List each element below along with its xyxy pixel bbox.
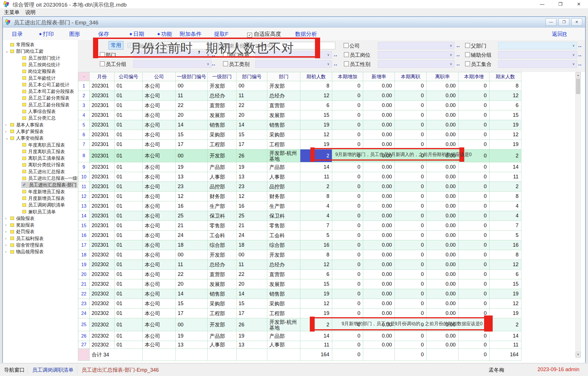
column-header-5[interactable]: 一级部门: [208, 72, 237, 81]
table-cell[interactable]: 本公司: [143, 270, 176, 279]
tree-item[interactable]: 员工本公司工龄统计: [3, 81, 78, 88]
table-cell[interactable]: 总经办: [208, 260, 237, 270]
table-cell[interactable]: 品控部: [208, 182, 237, 192]
table-cell[interactable]: 0.00: [363, 149, 395, 162]
table-cell[interactable]: 0.00: [427, 101, 459, 110]
table-cell[interactable]: 0: [459, 81, 490, 91]
table-cell[interactable]: 202302: [90, 341, 115, 349]
table-cell[interactable]: 12: [300, 260, 332, 270]
table-cell[interactable]: 0: [332, 221, 363, 231]
table-cell[interactable]: 0: [459, 91, 490, 101]
table-cell[interactable]: 01: [115, 81, 143, 91]
table-cell[interactable]: 0: [332, 81, 363, 91]
table-cell[interactable]: 2: [490, 318, 521, 331]
table-cell[interactable]: 01: [115, 110, 143, 120]
table-cell[interactable]: 综合部: [267, 240, 300, 250]
table-cell[interactable]: 12: [490, 260, 521, 270]
table-cell[interactable]: 0: [395, 279, 427, 289]
toolbar-item-save[interactable]: 保存: [98, 30, 109, 38]
tree-item[interactable]: 员工调岗调职清单: [3, 202, 78, 208]
table-cell[interactable]: 22: [176, 101, 208, 110]
filter-select-department-type[interactable]: ∨: [255, 51, 332, 59]
table-cell[interactable]: 01: [115, 201, 143, 211]
table-cell[interactable]: 00: [176, 81, 208, 91]
table-cell[interactable]: 0.00: [363, 341, 395, 349]
table-cell[interactable]: 零售部: [267, 221, 300, 231]
table-cell[interactable]: 0.00: [363, 331, 395, 341]
table-cell[interactable]: 产品部: [267, 331, 300, 341]
filter-checkbox-employee-set[interactable]: [465, 61, 470, 66]
table-cell[interactable]: 0.00: [427, 182, 459, 192]
table-cell[interactable]: 20: [237, 279, 267, 289]
table-cell[interactable]: 0: [395, 211, 427, 221]
table-cell[interactable]: 0.00: [363, 270, 395, 279]
toolbar-item-extra-condition[interactable]: 附加条件: [180, 30, 202, 38]
table-cell[interactable]: 0.00: [363, 120, 395, 130]
table-cell[interactable]: 0.00: [363, 318, 395, 331]
expand-arrow-icon[interactable]: ›: [5, 248, 9, 255]
table-cell[interactable]: 0.00: [363, 162, 395, 172]
table-cell[interactable]: 0: [332, 231, 363, 240]
table-cell[interactable]: 本公司: [143, 211, 176, 221]
table-cell[interactable]: 0: [395, 149, 427, 162]
table-cell[interactable]: 14: [300, 162, 332, 172]
scrollbar-thumb[interactable]: [576, 79, 580, 94]
expand-arrow-icon[interactable]: ›: [5, 242, 9, 248]
table-cell[interactable]: 0: [332, 162, 363, 172]
table-cell[interactable]: 01: [115, 91, 143, 101]
tree-item[interactable]: ›基本人事报表: [3, 122, 78, 128]
table-cell[interactable]: 0: [459, 299, 490, 309]
table-cell[interactable]: 0: [459, 341, 490, 349]
table-cell[interactable]: 0: [459, 260, 490, 270]
table-cell[interactable]: 01: [115, 149, 143, 162]
table-cell[interactable]: 0: [459, 201, 490, 211]
maximize-icon[interactable]: ❐: [551, 0, 570, 9]
menu-help[interactable]: 说明: [25, 9, 36, 16]
table-cell[interactable]: 本公司: [143, 289, 176, 299]
table-cell[interactable]: 4: [300, 211, 332, 221]
table-cell[interactable]: 4: [490, 201, 521, 211]
table-cell[interactable]: 0.00: [363, 172, 395, 182]
statusbar-tab-current-report[interactable]: 员工进出汇总报表-部门-Emp_346: [82, 367, 159, 373]
expand-arrow-icon[interactable]: ›: [5, 235, 9, 242]
table-cell[interactable]: 本公司: [143, 91, 176, 101]
filter-checkbox-employee-group[interactable]: [100, 61, 105, 66]
row-number-cell[interactable]: 6: [78, 130, 90, 140]
table-cell[interactable]: 0.00: [363, 140, 395, 149]
table-cell[interactable]: 综合部: [208, 240, 237, 250]
table-cell[interactable]: 00: [176, 250, 208, 260]
row-number-cell[interactable]: 18: [78, 250, 90, 260]
table-cell[interactable]: 0: [332, 279, 363, 289]
table-cell[interactable]: 24: [176, 231, 208, 240]
table-cell[interactable]: 直营部: [208, 101, 237, 110]
table-cell[interactable]: 0: [332, 120, 363, 130]
table-cell[interactable]: 4: [300, 201, 332, 211]
more-options-dots-employee-set[interactable]: ..: [578, 61, 582, 67]
row-number-cell[interactable]: 17: [78, 240, 90, 250]
filter-select-employee-set[interactable]: ∨: [498, 60, 577, 68]
table-cell[interactable]: 20: [176, 279, 208, 289]
tree-item[interactable]: 员工总工龄分类报表: [3, 95, 78, 101]
table-cell[interactable]: 12: [490, 91, 521, 101]
table-cell[interactable]: 19: [490, 289, 521, 299]
tree-item[interactable]: 人事综合报表: [3, 108, 78, 115]
table-cell[interactable]: 2: [300, 318, 332, 331]
tree-item[interactable]: 兼职员工清单: [3, 209, 78, 215]
table-cell[interactable]: 0.00: [363, 101, 395, 110]
table-cell[interactable]: 0.00: [427, 149, 459, 162]
table-cell[interactable]: 202301: [90, 101, 115, 110]
table-cell[interactable]: 01: [115, 289, 143, 299]
table-cell[interactable]: 11: [490, 172, 521, 182]
table-cell[interactable]: 开发部: [208, 318, 237, 331]
table-cell[interactable]: 15: [237, 130, 267, 140]
table-cell[interactable]: 0.00: [427, 240, 459, 250]
table-cell[interactable]: 开发部: [208, 149, 237, 162]
table-cell[interactable]: 00: [237, 250, 267, 260]
table-cell[interactable]: 4: [490, 211, 521, 221]
table-cell[interactable]: 0: [332, 172, 363, 182]
table-cell[interactable]: 2: [300, 182, 332, 192]
table-cell[interactable]: 采购部: [267, 299, 300, 309]
table-cell[interactable]: 25: [237, 211, 267, 221]
row-number-cell[interactable]: 19: [78, 260, 90, 270]
table-cell[interactable]: 0.00: [427, 270, 459, 279]
